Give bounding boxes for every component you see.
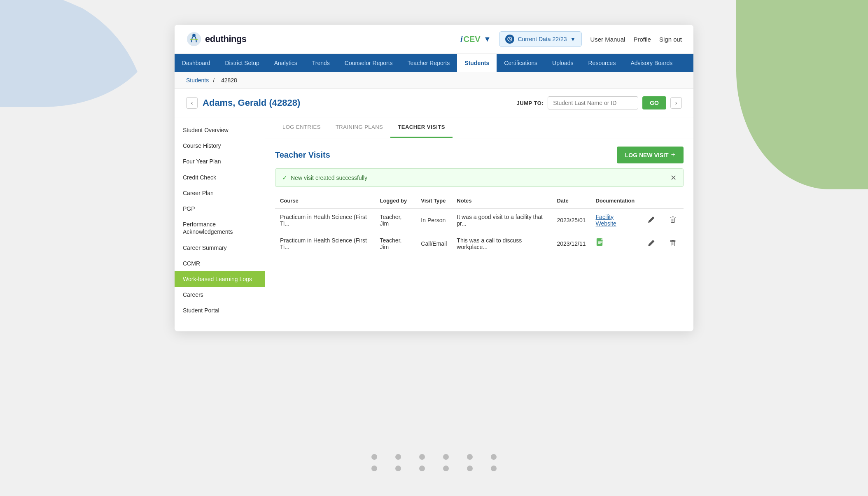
sidebar-item-career-summary[interactable]: Career Summary (175, 240, 265, 256)
row2-visit-type: Call/Email (416, 232, 452, 256)
go-button[interactable]: GO (642, 96, 666, 109)
log-new-plus-icon: + (671, 151, 675, 159)
sidebar-item-course-history[interactable]: Course History (175, 138, 265, 154)
logo-icon (186, 31, 202, 47)
current-data-dropdown-icon: ▼ (570, 36, 576, 42)
main-area: Student Overview Course History Four Yea… (175, 117, 693, 331)
col-delete (662, 193, 684, 208)
sidebar-item-career-plan[interactable]: Career Plan (175, 185, 265, 201)
col-visit-type: Visit Type (416, 193, 452, 208)
sidebar-item-four-year-plan[interactable]: Four Year Plan (175, 154, 265, 169)
col-notes: Notes (452, 193, 552, 208)
row2-edit[interactable] (641, 232, 662, 256)
user-manual-link[interactable]: User Manual (590, 36, 625, 43)
cev-powered: i CEV (460, 35, 481, 44)
prev-student-button[interactable]: ‹ (186, 97, 198, 109)
header-nav-links: User Manual Profile Sign out (590, 36, 682, 43)
table-row: Practicum in Health Science (First Ti...… (275, 232, 684, 256)
col-documentation: Documentation (591, 193, 641, 208)
table-row: Practicum in Health Science (First Ti...… (275, 208, 684, 232)
nav-uploads[interactable]: Uploads (545, 54, 581, 72)
sidebar: Student Overview Course History Four Yea… (175, 117, 265, 331)
sidebar-item-pgp[interactable]: PGP (175, 201, 265, 217)
tab-log-entries[interactable]: LOG ENTRIES (275, 117, 328, 138)
sign-out-link[interactable]: Sign out (659, 36, 682, 43)
svg-point-1 (192, 34, 196, 37)
nav-teacher-reports[interactable]: Teacher Reports (400, 54, 457, 72)
alert-message: New visit created successfully (291, 175, 367, 181)
row1-delete-button[interactable] (667, 215, 679, 226)
bg-dots (371, 454, 497, 471)
row1-delete[interactable] (662, 208, 684, 232)
nav-students[interactable]: Students (457, 54, 497, 72)
nav-district-setup[interactable]: District Setup (218, 54, 267, 72)
student-nav-left: ‹ Adams, Gerald (42828) (186, 97, 300, 109)
nav-analytics[interactable]: Analytics (267, 54, 305, 72)
tab-teacher-visits[interactable]: TEACHER VISITS (390, 117, 453, 138)
bg-decoration-green (736, 0, 868, 189)
row1-documentation[interactable]: Facility Website (591, 208, 641, 232)
cev-text: CEV (463, 35, 480, 44)
facility-website-link[interactable]: Facility Website (596, 214, 616, 227)
visits-table: Course Logged by Visit Type Notes Date D… (275, 193, 684, 255)
row2-delete[interactable] (662, 232, 684, 256)
col-course: Course (275, 193, 375, 208)
row2-delete-button[interactable] (667, 239, 679, 249)
current-data-label: Current Data 22/23 (518, 36, 567, 42)
row2-logged-by: Teacher, Jim (375, 232, 416, 256)
sidebar-item-performance-acknowledgements[interactable]: Performance Acknowledgements (175, 217, 265, 240)
teacher-visits-title: Teacher Visits (275, 150, 330, 160)
jump-to-area: JUMP TO: GO › (517, 96, 682, 109)
row1-course: Practicum in Health Science (First Ti... (275, 208, 375, 232)
log-new-visit-label: LOG NEW VISIT (625, 152, 669, 158)
tabs: LOG ENTRIES TRAINING PLANS TEACHER VISIT… (265, 117, 693, 138)
cev-i: i (460, 35, 463, 44)
current-data-button[interactable]: Current Data 22/23 ▼ (499, 31, 582, 47)
success-alert: ✓ New visit created successfully ✕ (275, 168, 684, 187)
nav-certifications[interactable]: Certifications (497, 54, 545, 72)
row2-course: Practicum in Health Science (First Ti... (275, 232, 375, 256)
sidebar-item-student-overview[interactable]: Student Overview (175, 122, 265, 138)
jump-to-input[interactable] (548, 96, 638, 109)
student-name: Adams, Gerald (42828) (203, 98, 300, 108)
next-student-button[interactable]: › (670, 97, 682, 109)
log-new-visit-button[interactable]: LOG NEW VISIT + (617, 147, 684, 163)
content-area: LOG ENTRIES TRAINING PLANS TEACHER VISIT… (265, 117, 693, 331)
sidebar-item-work-based-learning-logs[interactable]: Work-based Learning Logs (175, 271, 265, 287)
tab-training-plans[interactable]: TRAINING PLANS (328, 117, 390, 138)
col-logged-by: Logged by (375, 193, 416, 208)
nav-advisory-boards[interactable]: Advisory Boards (623, 54, 680, 72)
row1-visit-type: In Person (416, 208, 452, 232)
row2-edit-button[interactable] (646, 239, 657, 249)
nav-trends[interactable]: Trends (305, 54, 337, 72)
check-icon: ✓ (282, 174, 287, 182)
logo-text: eduthings (205, 34, 247, 44)
col-edit (641, 193, 662, 208)
cev-badge: i CEV ▼ (460, 35, 491, 44)
header-right: i CEV ▼ Current Data 22/23 ▼ User Manual (460, 31, 682, 47)
nav-dashboard[interactable]: Dashboard (175, 54, 218, 72)
row1-date: 2023/25/01 (552, 208, 590, 232)
student-header: ‹ Adams, Gerald (42828) JUMP TO: GO › (175, 89, 693, 117)
data-icon (505, 35, 514, 44)
breadcrumb: Students / 42828 (175, 72, 693, 89)
breadcrumb-parent[interactable]: Students (186, 77, 209, 84)
row2-date: 2023/12/11 (552, 232, 590, 256)
close-alert-button[interactable]: ✕ (670, 174, 677, 182)
sidebar-item-credit-check[interactable]: Credit Check (175, 170, 265, 185)
row1-edit[interactable] (641, 208, 662, 232)
nav-counselor-reports[interactable]: Counselor Reports (337, 54, 400, 72)
row2-documentation[interactable] (591, 232, 641, 256)
sidebar-item-careers[interactable]: Careers (175, 287, 265, 303)
sidebar-item-student-portal[interactable]: Student Portal (175, 303, 265, 318)
teacher-visits-header: Teacher Visits LOG NEW VISIT + (265, 138, 693, 168)
profile-link[interactable]: Profile (633, 36, 651, 43)
doc-file-icon[interactable] (596, 240, 605, 249)
row1-edit-button[interactable] (646, 215, 657, 226)
header: eduthings i CEV ▼ (175, 25, 693, 54)
nav-resources[interactable]: Resources (581, 54, 623, 72)
col-date: Date (552, 193, 590, 208)
row2-notes: This was a call to discuss workplace... (452, 232, 552, 256)
cev-dropdown-icon: ▼ (484, 35, 491, 44)
sidebar-item-ccmr[interactable]: CCMR (175, 256, 265, 271)
